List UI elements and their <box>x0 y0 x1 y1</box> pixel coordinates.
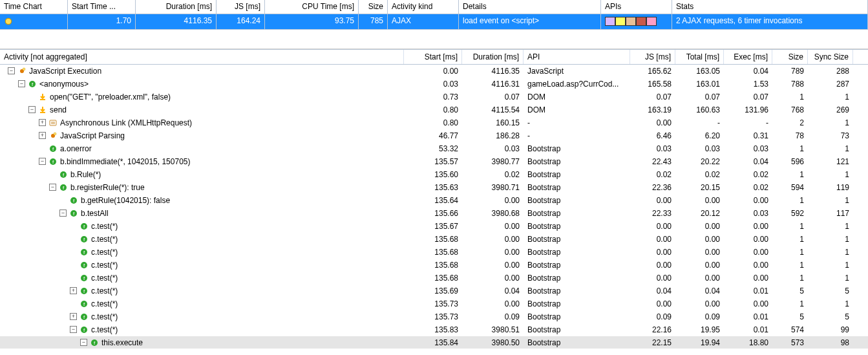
fn-icon: f <box>79 248 89 256</box>
cell-size: 789 <box>772 65 808 77</box>
activity-cell[interactable]: fb.Rule(*) <box>0 169 404 180</box>
svg-rect-6 <box>40 112 45 113</box>
col-time-chart[interactable]: Time Chart <box>0 0 68 29</box>
collapse-icon[interactable]: − <box>28 106 36 113</box>
activity-cell[interactable]: +JavaScript Parsing <box>0 130 404 142</box>
activity-cell[interactable]: fa.onerror <box>0 143 404 155</box>
tree-row[interactable]: fc.test(*)135.680.00Bootstrap0.000.000.0… <box>0 272 868 285</box>
col-duration[interactable]: Duration [ms] 4116.35 <box>136 0 217 29</box>
hdr-start-time[interactable]: Start Time ... <box>68 0 135 14</box>
activity-cell[interactable]: +fc.test(*) <box>0 285 404 297</box>
collapse-icon[interactable]: − <box>49 184 56 191</box>
row-marker-icon <box>4 17 13 26</box>
activity-cell[interactable]: fc.test(*) <box>0 259 404 271</box>
hdr-js-col[interactable]: JS [ms] <box>630 50 675 64</box>
collapse-icon[interactable]: − <box>18 80 25 87</box>
activity-cell[interactable]: −f<anonymous> <box>0 78 404 90</box>
activity-label: b.testAll <box>81 209 109 218</box>
cell-sync: 121 <box>808 156 853 167</box>
hdr-size[interactable]: Size <box>359 0 387 14</box>
activity-label: JavaScript Parsing <box>60 131 125 140</box>
activity-cell[interactable]: fc.test(*) <box>0 233 404 245</box>
tree-row[interactable]: +JavaScript Parsing46.77186.28-6.466.200… <box>0 129 868 142</box>
expand-icon[interactable]: + <box>39 132 46 139</box>
tree-row[interactable]: −f<anonymous>0.034116.31gameLoad.asp?Cur… <box>0 78 868 91</box>
hdr-api[interactable]: API <box>524 50 630 64</box>
hdr-dur[interactable]: Duration [ms] <box>462 50 524 64</box>
activity-cell[interactable]: fb.getRule(1042015): false <box>0 195 404 206</box>
col-details[interactable]: Details load event on <script> <box>459 0 601 29</box>
col-size[interactable]: Size 785 <box>359 0 388 29</box>
collapse-icon[interactable]: − <box>8 67 15 74</box>
hdr-size-col[interactable]: Size <box>772 50 808 64</box>
collapse-icon[interactable]: − <box>59 210 67 217</box>
cell-total: 20.22 <box>675 156 724 167</box>
hdr-time-chart[interactable]: Time Chart <box>0 0 67 14</box>
hdr-exec[interactable]: Exec [ms] <box>724 50 772 64</box>
expand-icon[interactable]: + <box>70 313 77 320</box>
tree-row[interactable]: −fb.bindImmediate(*, 1042015, 150705)135… <box>0 155 868 168</box>
col-stats[interactable]: Stats 2 AJAX requests, 6 timer invocatio… <box>672 0 868 29</box>
col-js[interactable]: JS [ms] 164.24 <box>217 0 265 29</box>
hdr-sync[interactable]: Sync Size <box>808 50 853 64</box>
tree-row[interactable]: +fc.test(*)135.730.09Bootstrap0.090.090.… <box>0 310 868 323</box>
tree-row[interactable]: fb.Rule(*)135.600.02Bootstrap0.020.020.0… <box>0 168 868 181</box>
activity-cell[interactable]: fc.test(*) <box>0 298 404 310</box>
activity-cell[interactable]: +Asynchronous Link (XMLHttpRequest) <box>0 117 404 129</box>
activity-cell[interactable]: fc.test(*) <box>0 221 404 232</box>
hdr-js[interactable]: JS [ms] <box>217 0 264 14</box>
cell-js: 0.00 <box>630 272 675 284</box>
fn-icon: f <box>28 80 37 88</box>
col-apis[interactable]: APIs <box>601 0 672 29</box>
tree-row[interactable]: −fc.test(*)135.833980.51Bootstrap22.1619… <box>0 323 868 336</box>
tree-row[interactable]: −JavaScript Execution0.004116.35JavaScri… <box>0 65 868 78</box>
tree-row[interactable]: fa.onerror53.320.03Bootstrap0.030.030.03… <box>0 142 868 155</box>
activity-cell[interactable]: −fb.testAll <box>0 208 404 219</box>
activity-cell[interactable]: −send <box>0 104 404 116</box>
tree-row[interactable]: −fb.testAll135.663980.68Bootstrap22.3320… <box>0 207 868 220</box>
hdr-details[interactable]: Details <box>459 0 600 14</box>
tree-row[interactable]: fc.test(*)135.730.00Bootstrap0.000.000.0… <box>0 297 868 310</box>
activity-cell[interactable]: fc.test(*) <box>0 272 404 284</box>
tree-row[interactable]: fc.test(*)135.680.00Bootstrap0.000.000.0… <box>0 259 868 272</box>
tree-row[interactable]: −fb.registerRule(*): true135.633980.71Bo… <box>0 181 868 194</box>
tree-row[interactable]: −fthis.execute135.843980.50Bootstrap22.1… <box>0 336 868 349</box>
col-activity-kind[interactable]: Activity kind AJAX <box>388 0 459 29</box>
tree-row[interactable]: open("GET", "preloader.xml", false)0.730… <box>0 91 868 103</box>
cell-js: 22.15 <box>630 337 675 349</box>
activity-label: open("GET", "preloader.xml", false) <box>50 92 171 102</box>
hdr-stats[interactable]: Stats <box>672 0 867 14</box>
tree-row[interactable]: fc.test(*)135.680.00Bootstrap0.000.000.0… <box>0 246 868 259</box>
collapse-icon[interactable]: − <box>39 158 46 165</box>
tree-row[interactable]: fc.test(*)135.670.00Bootstrap0.000.000.0… <box>0 220 868 233</box>
activity-cell[interactable]: +fc.test(*) <box>0 311 404 323</box>
cell-sync: 269 <box>808 104 853 116</box>
activity-cell[interactable]: −fb.registerRule(*): true <box>0 182 404 193</box>
activity-cell[interactable]: −fthis.execute <box>0 337 404 349</box>
hdr-cpu[interactable]: CPU Time [ms] <box>265 0 358 14</box>
hdr-activity[interactable]: Activity [not aggregated] <box>0 50 404 64</box>
expand-icon[interactable]: + <box>70 287 77 294</box>
collapse-icon[interactable]: − <box>80 339 87 346</box>
tree-row[interactable]: fb.getRule(1042015): false135.640.00Boot… <box>0 194 868 207</box>
hdr-total[interactable]: Total [ms] <box>675 50 724 64</box>
hdr-apis[interactable]: APIs <box>601 0 672 14</box>
hdr-activity-kind[interactable]: Activity kind <box>388 0 458 14</box>
activity-cell[interactable]: fc.test(*) <box>0 246 404 258</box>
activity-cell[interactable]: −fb.bindImmediate(*, 1042015, 150705) <box>0 156 404 167</box>
col-start-time[interactable]: Start Time ... 1.70 <box>68 0 136 29</box>
tree-row[interactable]: +Asynchronous Link (XMLHttpRequest)0.801… <box>0 116 868 129</box>
js-icon <box>48 132 58 140</box>
activity-cell[interactable]: −fc.test(*) <box>0 324 404 336</box>
expand-icon[interactable]: + <box>39 119 46 126</box>
tree-row[interactable]: fc.test(*)135.680.00Bootstrap0.000.000.0… <box>0 233 868 246</box>
tree-row[interactable]: +fc.test(*)135.690.04Bootstrap0.040.040.… <box>0 285 868 297</box>
col-cpu[interactable]: CPU Time [ms] 93.75 <box>265 0 359 29</box>
activity-cell[interactable]: −JavaScript Execution <box>0 65 404 77</box>
cell-dur: 0.00 <box>462 246 524 258</box>
hdr-start[interactable]: Start [ms] <box>404 50 462 64</box>
hdr-duration[interactable]: Duration [ms] <box>136 0 216 14</box>
collapse-icon[interactable]: − <box>70 326 77 333</box>
activity-cell[interactable]: open("GET", "preloader.xml", false) <box>0 91 404 103</box>
tree-row[interactable]: −send0.804115.54DOM163.19160.63131.96768… <box>0 103 868 116</box>
